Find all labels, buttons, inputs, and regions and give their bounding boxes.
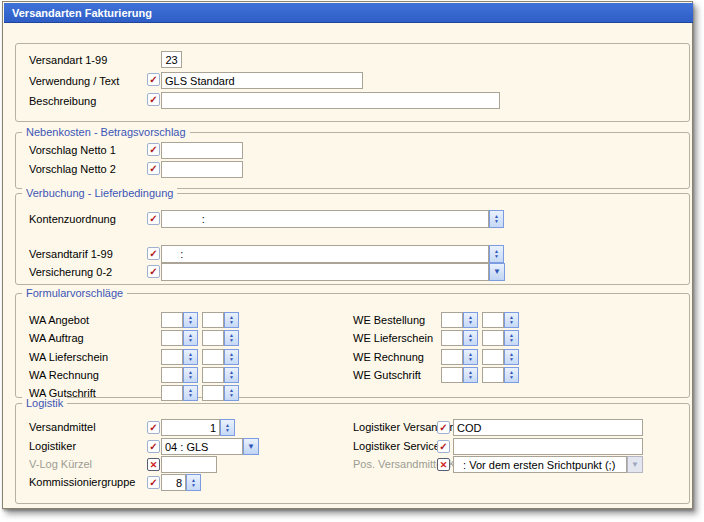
wa-angebot-input-1[interactable] — [161, 312, 183, 328]
wa-rechnung-spinner-1[interactable]: ▲▼ — [183, 367, 198, 383]
we-rechnung-label: WE Rechnung — [353, 351, 424, 364]
pos-versandmittel-kz-disabled-cross-icon[interactable]: ✕ — [437, 458, 450, 471]
vlog-disabled-cross-icon[interactable]: ✕ — [147, 458, 160, 471]
wa-auftrag-input-1[interactable] — [161, 330, 183, 346]
wa-rechnung-input-2[interactable] — [202, 367, 224, 383]
we-rechnung-spinner-2[interactable]: ▲▼ — [504, 349, 519, 365]
check-icon: ✓ — [149, 214, 157, 224]
we-bestellung-spinner-1[interactable]: ▲▼ — [463, 312, 478, 328]
versandmittel-spinner[interactable]: ▲▼ — [220, 419, 235, 436]
app-window: Versandarten Fakturierung Versandart 1-9… — [2, 1, 693, 509]
check-icon: ✓ — [149, 95, 157, 105]
spin-down-icon: ▼ — [229, 393, 234, 398]
cross-icon: ✕ — [150, 460, 158, 470]
wa-angebot-spinner-1[interactable]: ▲▼ — [183, 312, 198, 328]
logistiker-service-edit-check-icon[interactable]: ✓ — [437, 440, 450, 453]
versandtarif-edit-check-icon[interactable]: ✓ — [147, 247, 160, 260]
we-bestellung-input-2[interactable] — [482, 312, 504, 328]
logistiker-service-input[interactable] — [453, 438, 643, 455]
kommissioniergruppe-spinner[interactable]: ▲▼ — [186, 474, 201, 491]
logistiker-versandart-input[interactable]: COD — [453, 419, 643, 436]
versandart-input[interactable]: 23 — [161, 51, 182, 68]
wa-gutschrift-spinner-2[interactable]: ▲▼ — [224, 385, 239, 401]
we-gutschrift-spinner-1[interactable]: ▲▼ — [463, 367, 478, 383]
wa-angebot-spinner-2[interactable]: ▲▼ — [224, 312, 239, 328]
netto2-edit-check-icon[interactable]: ✓ — [147, 162, 160, 175]
we-bestellung-input-1[interactable] — [441, 312, 463, 328]
wa-lieferschein-input-2[interactable] — [202, 349, 224, 365]
kontenzuordnung-input[interactable]: : — [161, 210, 489, 228]
logistiker-edit-check-icon[interactable]: ✓ — [147, 440, 160, 453]
we-lieferschein-input-1[interactable] — [441, 330, 463, 346]
we-lieferschein-spinner-1[interactable]: ▲▼ — [463, 330, 478, 346]
wa-rechnung-input-1[interactable] — [161, 367, 183, 383]
wa-gutschrift-input-2[interactable] — [202, 385, 224, 401]
wa-auftrag-spinner-2[interactable]: ▲▼ — [224, 330, 239, 346]
wa-gutschrift-input-1[interactable] — [161, 385, 183, 401]
logistiker-combobox[interactable]: 04 : GLS — [161, 438, 243, 455]
kommissioniergruppe-edit-check-icon[interactable]: ✓ — [147, 476, 160, 489]
netto1-input[interactable] — [161, 142, 243, 159]
wa-rechnung-label: WA Rechnung — [29, 369, 99, 382]
spin-down-icon: ▼ — [468, 357, 473, 362]
we-lieferschein-spinner-2[interactable]: ▲▼ — [504, 330, 519, 346]
we-rechnung-input-1[interactable] — [441, 349, 463, 365]
spin-down-icon: ▼ — [188, 357, 193, 362]
versandmittel-input[interactable]: 1 — [161, 419, 220, 436]
versicherung-dropdown-button[interactable]: ▼ — [489, 263, 505, 281]
beschreibung-input[interactable] — [161, 92, 500, 109]
we-gutschrift-spinner-2[interactable]: ▲▼ — [504, 367, 519, 383]
versandtarif-input[interactable]: : — [161, 245, 489, 263]
versandmittel-edit-check-icon[interactable]: ✓ — [147, 421, 160, 434]
we-lieferschein-label: WE Lieferschein — [353, 332, 433, 345]
spin-down-icon: ▼ — [191, 483, 196, 488]
kontenzuordnung-spinner[interactable]: ▲▼ — [489, 210, 504, 228]
we-rechnung-spinner-1[interactable]: ▲▼ — [463, 349, 478, 365]
we-lieferschein-input-2[interactable] — [482, 330, 504, 346]
we-gutschrift-input-2[interactable] — [482, 367, 504, 383]
wa-lieferschein-input-1[interactable] — [161, 349, 183, 365]
wa-auftrag-spinner-1[interactable]: ▲▼ — [183, 330, 198, 346]
we-rechnung-input-2[interactable] — [482, 349, 504, 365]
spin-down-icon: ▼ — [468, 375, 473, 380]
wa-auftrag-label: WA Auftrag — [29, 332, 84, 345]
spin-down-icon: ▼ — [509, 320, 514, 325]
spin-down-icon: ▼ — [494, 219, 499, 224]
versicherung-edit-check-icon[interactable]: ✓ — [147, 265, 160, 278]
wa-rechnung-spinner-2[interactable]: ▲▼ — [224, 367, 239, 383]
spin-down-icon: ▼ — [509, 375, 514, 380]
dropdown-arrow-icon: ▼ — [631, 461, 639, 469]
spin-down-icon: ▼ — [229, 338, 234, 343]
vlog-input[interactable] — [161, 456, 217, 473]
wa-lieferschein-spinner-2[interactable]: ▲▼ — [224, 349, 239, 365]
verwendung-edit-check-icon[interactable]: ✓ — [147, 73, 160, 86]
spin-down-icon: ▼ — [468, 320, 473, 325]
versandtarif-spinner[interactable]: ▲▼ — [489, 245, 504, 263]
window-title: Versandarten Fakturierung — [4, 3, 693, 23]
kommissioniergruppe-input[interactable]: 8 — [161, 474, 186, 491]
verwendung-input[interactable]: GLS Standard — [161, 72, 363, 89]
logistiker-dropdown-button[interactable]: ▼ — [243, 438, 259, 455]
versicherung-combobox[interactable] — [161, 263, 489, 281]
logistiker-versandart-edit-check-icon[interactable]: ✓ — [437, 421, 450, 434]
netto2-input[interactable] — [161, 161, 243, 178]
check-icon: ✓ — [439, 442, 447, 452]
we-bestellung-spinner-2[interactable]: ▲▼ — [504, 312, 519, 328]
dropdown-arrow-icon: ▼ — [493, 268, 501, 276]
kontenzuordnung-edit-check-icon[interactable]: ✓ — [147, 212, 160, 225]
netto1-edit-check-icon[interactable]: ✓ — [147, 143, 160, 156]
beschreibung-edit-check-icon[interactable]: ✓ — [147, 93, 160, 106]
wa-lieferschein-label: WA Lieferschein — [29, 351, 108, 364]
titlebar[interactable]: Versandarten Fakturierung — [4, 3, 693, 23]
pos-versandmittel-kz-combobox[interactable]: : Vor dem ersten Srichtpunkt (;) — [453, 456, 627, 473]
logistiker-label: Logistiker — [29, 440, 76, 453]
check-icon: ✓ — [439, 423, 447, 433]
wa-auftrag-input-2[interactable] — [202, 330, 224, 346]
check-icon: ✓ — [149, 164, 157, 174]
wa-angebot-input-2[interactable] — [202, 312, 224, 328]
wa-gutschrift-spinner-1[interactable]: ▲▼ — [183, 385, 198, 401]
netto2-label: Vorschlag Netto 2 — [29, 163, 116, 176]
we-gutschrift-input-1[interactable] — [441, 367, 463, 383]
logistiker-service-label: Logistiker Service — [353, 440, 440, 453]
wa-lieferschein-spinner-1[interactable]: ▲▼ — [183, 349, 198, 365]
